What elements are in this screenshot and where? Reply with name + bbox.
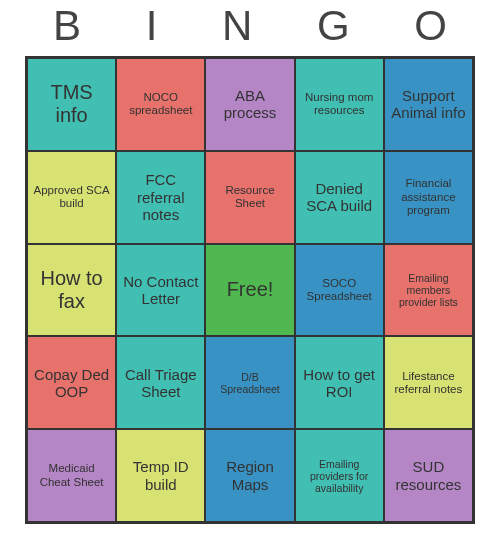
bingo-cell[interactable]: Medicaid Cheat Sheet <box>27 429 116 522</box>
bingo-cell[interactable]: NOCO spreadsheet <box>116 58 205 151</box>
bingo-cell[interactable]: Region Maps <box>205 429 294 522</box>
bingo-header: B I N G O <box>25 2 475 56</box>
bingo-cell[interactable]: Denied SCA build <box>295 151 384 244</box>
header-letter: N <box>222 2 252 50</box>
header-letter: B <box>53 2 81 50</box>
header-letter: O <box>414 2 447 50</box>
bingo-cell[interactable]: Financial assistance program <box>384 151 473 244</box>
bingo-cell[interactable]: Lifestance referral notes <box>384 336 473 429</box>
bingo-cell[interactable]: Temp ID build <box>116 429 205 522</box>
bingo-cell[interactable]: D/B Spreadsheet <box>205 336 294 429</box>
header-letter: I <box>146 2 158 50</box>
bingo-cell[interactable]: Nursing mom resources <box>295 58 384 151</box>
bingo-cell[interactable]: SOCO Spreadsheet <box>295 244 384 337</box>
bingo-cell[interactable]: Approved SCA build <box>27 151 116 244</box>
header-letter: G <box>317 2 350 50</box>
bingo-cell[interactable]: FCC referral notes <box>116 151 205 244</box>
bingo-cell[interactable]: Emailing providers for availability <box>295 429 384 522</box>
bingo-cell[interactable]: ABA process <box>205 58 294 151</box>
bingo-cell[interactable]: Support Animal info <box>384 58 473 151</box>
bingo-cell[interactable]: How to fax <box>27 244 116 337</box>
bingo-cell[interactable]: Copay Ded OOP <box>27 336 116 429</box>
bingo-cell[interactable]: How to get ROI <box>295 336 384 429</box>
bingo-grid: TMS infoNOCO spreadsheetABA processNursi… <box>25 56 475 524</box>
bingo-cell[interactable]: Call Triage Sheet <box>116 336 205 429</box>
bingo-cell[interactable]: SUD resources <box>384 429 473 522</box>
free-cell[interactable]: Free! <box>205 244 294 337</box>
bingo-cell[interactable]: No Contact Letter <box>116 244 205 337</box>
bingo-cell[interactable]: Resource Sheet <box>205 151 294 244</box>
bingo-cell[interactable]: TMS info <box>27 58 116 151</box>
bingo-cell[interactable]: Emailing members provider lists <box>384 244 473 337</box>
